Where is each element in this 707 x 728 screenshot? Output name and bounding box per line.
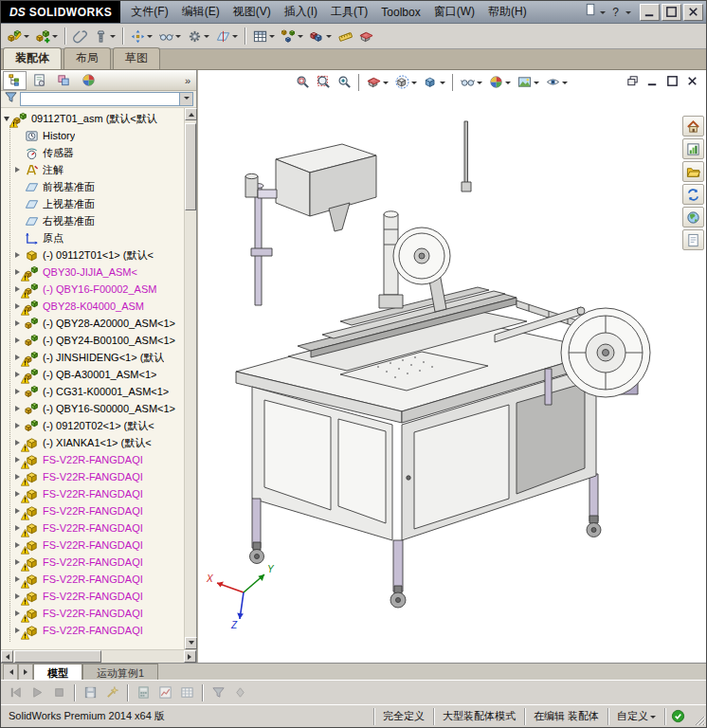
motion-calculate-button[interactable] — [134, 682, 154, 703]
vertical-scroll-thumb[interactable] — [185, 123, 196, 210]
exploded-view-button[interactable] — [279, 26, 306, 46]
reference-geometry-button[interactable] — [213, 26, 241, 46]
bill-of-materials-button[interactable] — [250, 26, 278, 46]
command-tab-0[interactable]: 装配体 — [3, 47, 62, 69]
status-segment-3[interactable]: 自定义 — [607, 708, 664, 725]
tree-item-9[interactable]: (-) QBY16-F00002_ASM — [1, 281, 184, 298]
configurationmanager-tab[interactable] — [52, 71, 76, 90]
scroll-left-button[interactable] — [1, 650, 13, 663]
tree-expander[interactable] — [15, 320, 25, 326]
view-settings-button[interactable] — [543, 72, 571, 92]
tree-item-16[interactable]: (-) QBY16-S00000_ASM<1> — [1, 400, 184, 417]
measure-button[interactable] — [335, 26, 355, 46]
doc-restore-button[interactable] — [624, 73, 641, 88]
tree-item-22[interactable]: FS-V22R-FANGDAQI — [1, 502, 184, 519]
doc-maximize-button[interactable] — [663, 73, 680, 88]
online-resources-button[interactable] — [682, 207, 704, 228]
tree-item-29[interactable]: FS-V22R-FANGDAQI — [1, 622, 184, 639]
command-tab-2[interactable]: 草图 — [113, 47, 160, 69]
section-view-button[interactable] — [364, 72, 391, 92]
help-dropdown-icon[interactable] — [625, 11, 631, 17]
menu-item-0[interactable]: 文件(F) — [124, 1, 174, 23]
tree-item-3[interactable]: 前视基准面 — [1, 178, 184, 195]
tab-scroll-right-button[interactable] — [18, 664, 33, 680]
mate-button[interactable] — [70, 26, 90, 46]
tree-item-13[interactable]: (-) JINSHIDENG<1> (默认 — [1, 349, 184, 366]
tree-item-8[interactable]: QBY30-JIJIA_ASM< — [1, 264, 184, 281]
tree-item-17[interactable]: (-) 09120T02<1> (默认< — [1, 417, 184, 434]
help-button[interactable]: ? — [610, 6, 621, 19]
tree-item-2[interactable]: 注解 — [1, 161, 184, 178]
view-orientation-button[interactable] — [392, 72, 420, 92]
motion-stop-button[interactable] — [49, 682, 69, 703]
tree-root-item[interactable]: 09112T01_asm (默认<默认 — [1, 110, 184, 127]
interference-detection-button[interactable] — [307, 26, 335, 46]
apply-scene-button[interactable] — [515, 72, 542, 92]
tree-item-12[interactable]: (-) QBY24-B00100_ASM<1> — [1, 332, 184, 349]
smart-fastener-button[interactable] — [91, 26, 118, 46]
tree-expander[interactable] — [15, 406, 25, 411]
menu-item-5[interactable]: Toolbox — [374, 3, 426, 22]
tree-item-28[interactable]: FS-V22R-FANGDAQI — [1, 605, 184, 622]
tree-item-18[interactable]: (-) XIANKA1<1> (默认< — [1, 434, 184, 451]
command-tab-1[interactable]: 布局 — [63, 47, 111, 69]
open-folder-button[interactable] — [682, 161, 704, 182]
hide-show-items-button[interactable] — [458, 72, 485, 92]
new-document-button[interactable] — [582, 3, 607, 21]
insert-component-button[interactable] — [33, 26, 61, 46]
motion-grid-button[interactable] — [177, 682, 197, 703]
tree-expander[interactable] — [15, 389, 25, 394]
section-button[interactable] — [356, 26, 376, 46]
tree-item-10[interactable]: QBY28-K04000_ASM — [1, 298, 184, 315]
tree-expander[interactable] — [15, 337, 25, 343]
tree-item-23[interactable]: FS-V22R-FANGDAQI — [1, 519, 184, 537]
appearances-tab[interactable] — [77, 71, 100, 90]
tree-item-11[interactable]: (-) QBY28-A20000_ASM<1> — [1, 315, 184, 332]
motion-play-button[interactable] — [27, 682, 47, 703]
propertymanager-tab[interactable] — [27, 71, 51, 90]
tree-item-14[interactable]: (-) QB-A30001_ASM<1> — [1, 366, 184, 383]
scroll-up-button[interactable] — [185, 108, 197, 120]
menu-item-7[interactable]: 帮助(H) — [481, 1, 534, 23]
scroll-right-button[interactable] — [184, 650, 196, 663]
tree-item-5[interactable]: 右视基准面 — [1, 212, 184, 229]
menu-item-3[interactable]: 插入(I) — [278, 1, 324, 23]
menu-item-4[interactable]: 工具(T) — [324, 1, 374, 23]
assembly-features-button[interactable] — [185, 26, 212, 46]
move-component-button[interactable] — [128, 26, 155, 46]
tree-item-25[interactable]: FS-V22R-FANGDAQI — [1, 554, 184, 571]
tree-horizontal-scrollbar[interactable] — [1, 649, 196, 663]
tree-item-26[interactable]: FS-V22R-FANGDAQI — [1, 571, 184, 588]
motion-filter-button[interactable] — [208, 682, 228, 703]
display-style-button[interactable] — [421, 72, 448, 92]
resize-grip[interactable] — [691, 706, 706, 727]
notes-button[interactable] — [682, 229, 704, 250]
status-ok-icon[interactable] — [664, 708, 691, 725]
doc-minimize-button[interactable] — [644, 73, 661, 88]
tree-item-24[interactable]: FS-V22R-FANGDAQI — [1, 537, 184, 554]
scroll-down-button[interactable] — [185, 637, 197, 649]
tree-item-0[interactable]: History — [1, 127, 184, 144]
tree-item-7[interactable]: (-) 09112T01<1> (默认< — [1, 246, 184, 264]
doc-close-button[interactable] — [683, 73, 700, 88]
show-hidden-components-button[interactable] — [156, 26, 184, 46]
featuremanager-tab[interactable] — [3, 71, 27, 90]
edit-component-button[interactable] — [5, 26, 32, 46]
tree-item-15[interactable]: (-) CG31-K00001_ASM<1> — [1, 383, 184, 400]
tree-item-21[interactable]: FS-V22R-FANGDAQI — [1, 485, 184, 502]
panel-overflow-button[interactable]: » — [185, 75, 194, 86]
tree-item-6[interactable]: 原点 — [1, 229, 184, 246]
tree-expander[interactable] — [15, 167, 25, 173]
tree-vertical-scrollbar[interactable] — [184, 108, 196, 649]
maximize-button[interactable] — [662, 4, 681, 21]
menu-item-6[interactable]: 窗口(W) — [427, 1, 481, 23]
tree-item-19[interactable]: FS-V22R-FANGDAQI — [1, 451, 184, 468]
motion-save-animation-button[interactable] — [81, 682, 100, 703]
tree-item-27[interactable]: FS-V22R-FANGDAQI — [1, 588, 184, 605]
bottom-tab-0[interactable]: 模型 — [33, 664, 82, 680]
menu-item-1[interactable]: 编辑(E) — [175, 1, 227, 23]
tree-item-20[interactable]: FS-V22R-FANGDAQI — [1, 468, 184, 485]
tree-item-1[interactable]: 传感器 — [1, 144, 184, 161]
zoom-area-button[interactable] — [314, 72, 334, 92]
tree-filter-input[interactable] — [20, 92, 193, 106]
